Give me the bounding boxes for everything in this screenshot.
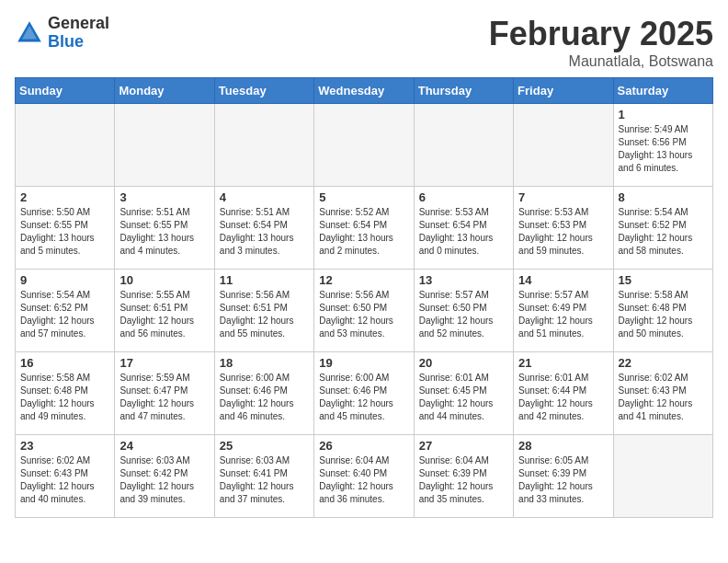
day-number: 27 [419,439,508,453]
day-cell: 21Sunrise: 6:01 AMSunset: 6:44 PMDayligh… [514,352,613,435]
day-cell: 25Sunrise: 6:03 AMSunset: 6:41 PMDayligh… [214,435,313,518]
day-info: Sunrise: 5:53 AMSunset: 6:53 PMDaylight:… [518,206,608,258]
day-info: Sunrise: 6:03 AMSunset: 6:41 PMDaylight:… [220,454,309,506]
day-info: Sunrise: 6:00 AMSunset: 6:46 PMDaylight:… [319,372,408,423]
day-number: 10 [119,273,209,287]
day-cell: 23Sunrise: 6:02 AMSunset: 6:43 PMDayligh… [16,435,115,518]
day-info: Sunrise: 5:57 AMSunset: 6:49 PMDaylight:… [518,289,608,340]
day-info: Sunrise: 5:53 AMSunset: 6:54 PMDaylight:… [419,206,508,258]
day-cell: 9Sunrise: 5:54 AMSunset: 6:52 PMDaylight… [16,270,115,352]
day-cell: 28Sunrise: 6:05 AMSunset: 6:39 PMDayligh… [514,435,613,518]
day-number: 14 [518,273,608,287]
day-cell: 27Sunrise: 6:04 AMSunset: 6:39 PMDayligh… [414,435,513,518]
weekday-header-wednesday: Wednesday [314,78,414,104]
day-cell: 14Sunrise: 5:57 AMSunset: 6:49 PMDayligh… [514,270,613,352]
week-row-4: 16Sunrise: 5:58 AMSunset: 6:48 PMDayligh… [16,352,713,435]
day-info: Sunrise: 6:05 AMSunset: 6:39 PMDaylight:… [518,454,608,506]
day-number: 20 [419,356,508,370]
day-info: Sunrise: 5:55 AMSunset: 6:51 PMDaylight:… [119,289,209,340]
day-cell: 18Sunrise: 6:00 AMSunset: 6:46 PMDayligh… [214,352,313,435]
day-number: 15 [619,273,708,287]
day-number: 4 [220,190,309,204]
day-number: 5 [319,190,408,204]
week-row-3: 9Sunrise: 5:54 AMSunset: 6:52 PMDaylight… [16,270,713,352]
day-cell: 17Sunrise: 5:59 AMSunset: 6:47 PMDayligh… [115,352,214,435]
day-number: 21 [518,356,608,370]
day-cell: 10Sunrise: 5:55 AMSunset: 6:51 PMDayligh… [115,270,214,352]
location: Maunatlala, Botswana [489,53,713,70]
day-info: Sunrise: 6:03 AMSunset: 6:42 PMDaylight:… [119,454,209,506]
day-number: 18 [220,356,309,370]
logo: General Blue [15,15,109,52]
weekday-header-monday: Monday [115,78,214,104]
day-cell: 16Sunrise: 5:58 AMSunset: 6:48 PMDayligh… [16,352,115,435]
day-cell: 1Sunrise: 5:49 AMSunset: 6:56 PMDaylight… [613,104,712,187]
day-number: 11 [220,273,309,287]
weekday-header-sunday: Sunday [16,78,115,104]
day-cell: 22Sunrise: 6:02 AMSunset: 6:43 PMDayligh… [613,352,712,435]
week-row-2: 2Sunrise: 5:50 AMSunset: 6:55 PMDaylight… [16,187,713,270]
day-number: 7 [518,190,608,204]
page-header: General Blue February 2025 Maunatlala, B… [15,15,713,70]
day-cell: 19Sunrise: 6:00 AMSunset: 6:46 PMDayligh… [314,352,414,435]
day-number: 1 [619,108,708,121]
day-cell: 13Sunrise: 5:57 AMSunset: 6:50 PMDayligh… [414,270,513,352]
day-cell [414,104,513,187]
week-row-5: 23Sunrise: 6:02 AMSunset: 6:43 PMDayligh… [16,435,713,518]
logo-general: General [48,14,109,32]
day-info: Sunrise: 6:01 AMSunset: 6:44 PMDaylight:… [518,372,608,423]
day-cell: 3Sunrise: 5:51 AMSunset: 6:55 PMDaylight… [115,187,214,270]
day-cell: 6Sunrise: 5:53 AMSunset: 6:54 PMDaylight… [414,187,513,270]
day-info: Sunrise: 5:57 AMSunset: 6:50 PMDaylight:… [419,289,508,340]
month-title: February 2025 [489,15,713,53]
logo-blue: Blue [48,32,84,51]
day-number: 8 [619,190,708,204]
day-info: Sunrise: 5:54 AMSunset: 6:52 PMDaylight:… [20,289,109,340]
weekday-header-saturday: Saturday [613,78,712,104]
day-cell [613,435,712,518]
day-cell [16,104,115,187]
day-number: 6 [419,190,508,204]
calendar: SundayMondayTuesdayWednesdayThursdayFrid… [15,77,713,518]
day-number: 26 [319,439,408,453]
weekday-header-friday: Friday [514,78,613,104]
day-number: 13 [419,273,508,287]
day-info: Sunrise: 5:52 AMSunset: 6:54 PMDaylight:… [319,206,408,258]
day-number: 12 [319,273,408,287]
day-info: Sunrise: 6:04 AMSunset: 6:40 PMDaylight:… [319,454,408,506]
day-info: Sunrise: 5:58 AMSunset: 6:48 PMDaylight:… [619,289,708,340]
day-info: Sunrise: 5:51 AMSunset: 6:55 PMDaylight:… [119,206,209,258]
day-cell [514,104,613,187]
day-cell: 24Sunrise: 6:03 AMSunset: 6:42 PMDayligh… [115,435,214,518]
day-cell: 26Sunrise: 6:04 AMSunset: 6:40 PMDayligh… [314,435,414,518]
logo-icon [15,18,44,48]
day-number: 28 [518,439,608,453]
day-number: 16 [20,356,109,370]
day-number: 24 [119,439,209,453]
day-number: 19 [319,356,408,370]
day-cell [214,104,313,187]
day-cell: 5Sunrise: 5:52 AMSunset: 6:54 PMDaylight… [314,187,414,270]
day-number: 2 [20,190,109,204]
day-cell: 2Sunrise: 5:50 AMSunset: 6:55 PMDaylight… [16,187,115,270]
day-info: Sunrise: 6:01 AMSunset: 6:45 PMDaylight:… [419,372,508,423]
weekday-header-thursday: Thursday [414,78,513,104]
day-cell: 12Sunrise: 5:56 AMSunset: 6:50 PMDayligh… [314,270,414,352]
weekday-header-tuesday: Tuesday [214,78,313,104]
day-cell [314,104,414,187]
day-info: Sunrise: 5:49 AMSunset: 6:56 PMDaylight:… [619,123,708,175]
day-info: Sunrise: 6:00 AMSunset: 6:46 PMDaylight:… [220,372,309,423]
day-cell: 11Sunrise: 5:56 AMSunset: 6:51 PMDayligh… [214,270,313,352]
weekday-header-row: SundayMondayTuesdayWednesdayThursdayFrid… [16,78,713,104]
day-info: Sunrise: 5:51 AMSunset: 6:54 PMDaylight:… [220,206,309,258]
title-block: February 2025 Maunatlala, Botswana [489,15,713,70]
day-info: Sunrise: 6:04 AMSunset: 6:39 PMDaylight:… [419,454,508,506]
week-row-1: 1Sunrise: 5:49 AMSunset: 6:56 PMDaylight… [16,104,713,187]
day-cell: 4Sunrise: 5:51 AMSunset: 6:54 PMDaylight… [214,187,313,270]
day-info: Sunrise: 6:02 AMSunset: 6:43 PMDaylight:… [20,454,109,506]
day-info: Sunrise: 5:56 AMSunset: 6:50 PMDaylight:… [319,289,408,340]
day-number: 25 [220,439,309,453]
day-info: Sunrise: 5:59 AMSunset: 6:47 PMDaylight:… [119,372,209,423]
day-cell [115,104,214,187]
day-number: 9 [20,273,109,287]
